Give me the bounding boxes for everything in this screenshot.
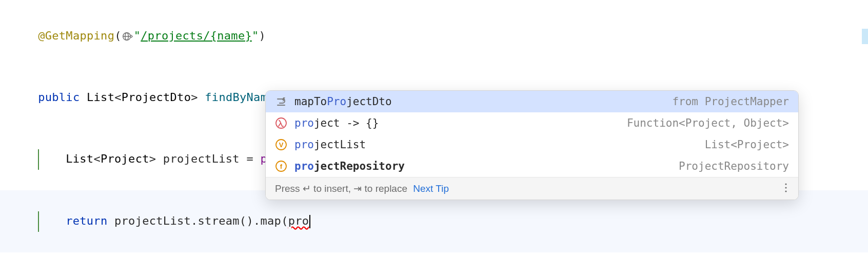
next-tip-link[interactable]: Next Tip: [413, 183, 449, 194]
url-mapping[interactable]: /projects/{name}: [141, 29, 252, 42]
completion-type: ProjectRepository: [679, 160, 789, 172]
completion-item-1[interactable]: project -> {}Function<Project, Object>: [266, 112, 798, 134]
field-icon: f: [275, 160, 287, 172]
svg-point-10: [785, 190, 786, 192]
completion-type: Function<Project, Object>: [627, 117, 789, 129]
more-icon[interactable]: [783, 183, 789, 194]
footer-hint: Press ↵ to insert, ⇥ to replace Next Tip: [275, 183, 783, 194]
indent-guide: [38, 149, 39, 170]
completion-label: mapToProjectDto: [294, 95, 672, 108]
completion-popup: mapToProjectDtofrom ProjectMapperproject…: [265, 90, 799, 200]
svg-text:V: V: [279, 141, 284, 149]
completion-label: projectRepository: [294, 160, 679, 172]
method-name: findByName: [205, 91, 274, 104]
completion-type: List<Project>: [705, 138, 789, 151]
completion-footer: Press ↵ to insert, ⇥ to replace Next Tip: [266, 177, 798, 200]
annotation: @GetMapping: [38, 29, 114, 42]
globe-icon[interactable]: [122, 31, 133, 42]
svg-point-8: [785, 183, 786, 185]
code-line-5: }: [10, 252, 858, 277]
completion-item-0[interactable]: mapToProjectDtofrom ProjectMapper: [266, 91, 798, 112]
code-line-1: @GetMapping("/projects/{name}"): [10, 5, 858, 67]
completion-label: projectList: [294, 138, 705, 151]
right-gutter-marker[interactable]: [862, 29, 868, 44]
static-icon: [275, 95, 287, 108]
text-caret: [309, 215, 310, 228]
completion-item-3[interactable]: fprojectRepositoryProjectRepository: [266, 155, 798, 177]
lambda-icon: [275, 117, 287, 129]
typed-text: pro: [288, 214, 309, 227]
svg-text:f: f: [280, 163, 283, 170]
completion-item-2[interactable]: VprojectListList<Project>: [266, 134, 798, 155]
indent-guide: [38, 211, 39, 232]
variable-icon: V: [275, 138, 287, 151]
svg-point-9: [785, 187, 786, 188]
completion-label: project -> {}: [294, 117, 627, 129]
completion-type: from ProjectMapper: [672, 95, 789, 108]
